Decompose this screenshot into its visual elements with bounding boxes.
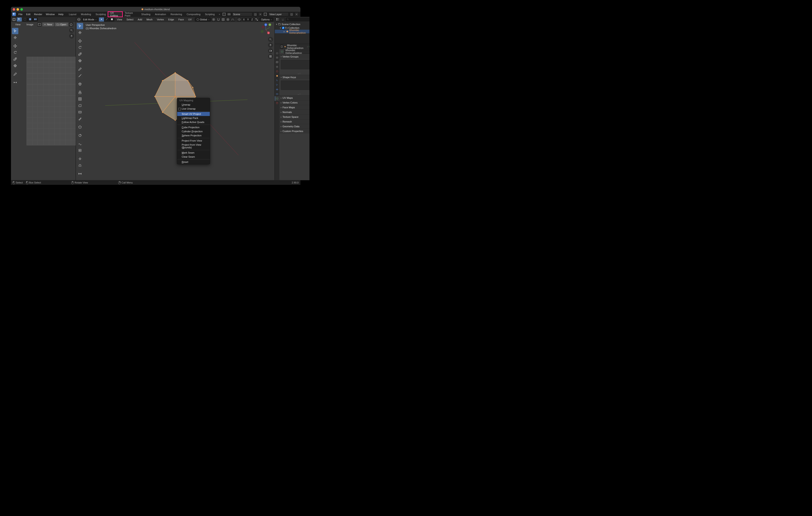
pivot-icon[interactable] [212,18,216,22]
viewlayer-field[interactable]: View Layer [268,12,289,16]
vp-select-tool[interactable] [77,23,83,29]
axis-gizmo[interactable]: Z Y X [259,23,272,36]
menu-item-follow-active-quads[interactable]: Follow Active Quads [177,120,210,124]
zoom-icon[interactable] [69,28,74,33]
viewport-editor-type-icon[interactable] [77,18,81,22]
workspace-tab-scripting[interactable]: Scripting [203,12,217,17]
physics-tab-icon[interactable] [275,87,279,92]
new-scene-icon[interactable]: ◫ [253,12,257,16]
help-menu[interactable]: Help [56,12,65,17]
modifier-tab-icon[interactable] [275,78,279,83]
mesh-select-mode[interactable] [99,18,114,22]
vp-zoom-icon[interactable] [268,37,273,42]
constraint-tab-icon[interactable] [275,92,279,96]
section-normals[interactable]: Normals [279,110,310,114]
section-face-maps[interactable]: Face Maps [279,105,310,110]
workspace-tab-rendering[interactable]: Rendering [168,12,184,17]
pin-image-icon[interactable] [69,23,73,27]
vp-edge-menu[interactable]: Edge [167,17,176,22]
mirror-icon[interactable] [237,18,241,22]
cursor-tool[interactable] [12,34,18,41]
scene-tab-icon[interactable] [275,65,279,69]
select-tool[interactable] [12,28,18,34]
list-box[interactable] [281,81,310,90]
viewlayer-browse-icon[interactable] [263,12,267,16]
edit-menu[interactable]: Edit [24,12,32,17]
snap-toggle-icon[interactable] [216,18,221,22]
viewlayer-tab-icon[interactable] [275,60,279,65]
workspace-tab-shading[interactable]: Shading [139,12,153,17]
uv-canvas[interactable] [11,27,76,180]
axis-x[interactable]: X [267,31,270,34]
workspace-tab-modeling[interactable]: Modeling [79,12,93,17]
workspace-tab-compositing[interactable]: Compositing [184,12,203,17]
workspace-tab-layout[interactable]: Layout [67,12,79,17]
vp-move-tool[interactable] [77,38,83,44]
vp-knife-tool[interactable] [77,116,83,122]
file-menu[interactable]: File [17,12,25,17]
vp-add-cube-tool[interactable] [77,81,83,87]
vp-inset-tool[interactable] [77,96,83,102]
workspace-tab-uv-editing[interactable]: UV Editing [108,12,122,17]
section-custom-properties[interactable]: Custom Properties [279,129,310,133]
section-remesh[interactable]: Remesh [279,119,310,124]
vp-perspective-icon[interactable] [268,54,273,59]
section-vertex-colors[interactable]: Vertex Colors [279,100,310,105]
uv-select-cursor-icon[interactable] [17,18,22,22]
edge-select-icon[interactable] [104,18,110,22]
mode-dropdown[interactable]: Edit Mode [82,18,98,22]
render-tab-icon[interactable] [275,51,279,56]
pan-icon[interactable] [69,33,74,38]
annotate-tool[interactable] [12,71,18,77]
vp-spin-tool[interactable] [77,132,83,139]
vp-cursor-tool[interactable] [77,29,83,36]
vp-extrude-tool[interactable] [77,89,83,96]
vp-transform-tool[interactable] [77,58,83,64]
orientation-dropdown[interactable]: Global [195,18,211,22]
workspace-tab-texture-paint[interactable]: Texture Paint [122,12,139,17]
image-browse-icon[interactable] [37,23,41,27]
window-menu[interactable]: Window [44,12,56,17]
mirror-x[interactable]: X [242,18,246,21]
tree-object[interactable]: ▸ Rhombic Dohecahedron ◉ [275,30,310,33]
menu-item-mark-seam[interactable]: Mark Seam [177,151,210,155]
new-viewlayer-icon[interactable]: ◫ [290,12,294,16]
uv-view-menu[interactable]: View [13,22,23,27]
menu-item-unwrap[interactable]: Unwrap [177,102,210,107]
section-vertex-groups[interactable]: Vertex Groups [279,54,310,59]
vp-mesh-menu[interactable]: Mesh [145,17,154,22]
tree-scene-collection[interactable]: ▾ Scene Collection [275,23,310,26]
transform-tool[interactable] [12,62,18,69]
scene-browse-icon[interactable] [222,12,226,16]
collection-enable-checkbox[interactable] [282,27,284,29]
uv-select-mode[interactable] [17,18,22,22]
mirror-z[interactable]: Z [250,18,254,21]
menu-item-cube-projection[interactable]: Cube Projection [177,125,210,129]
output-tab-icon[interactable] [275,56,279,60]
new-image-button[interactable]: New [42,23,54,26]
rotate-tool[interactable] [12,50,18,56]
menu-item-sphere-projection[interactable]: Sphere Projection [177,133,210,138]
menu-item-live-unwrap[interactable]: Live Unwrap [177,107,210,111]
display-mode-icon[interactable]: ⌵ [281,18,285,22]
menu-item-cylinder-projection[interactable]: Cylinder Projection [177,129,210,133]
sync-solid-icon[interactable] [28,18,33,22]
uv-sync-toggle[interactable] [23,18,38,22]
render-menu[interactable]: Render [32,12,44,17]
uv-image-menu[interactable]: Image [25,22,35,27]
zoom-window-button[interactable] [20,8,23,11]
particle-tab-icon[interactable] [275,83,279,87]
minimize-window-button[interactable] [17,8,19,11]
menu-item-smart-uv-project[interactable]: Smart UV Project [177,112,210,116]
outliner-type-icon[interactable] [276,18,280,22]
vp-shear-tool[interactable] [77,162,83,169]
scale-tool[interactable] [12,56,18,62]
vp-face-menu[interactable]: Face [176,17,185,22]
section-geometry-data[interactable]: Geometry Data [279,124,310,129]
material-tab-icon[interactable] [275,101,279,105]
vp-edgeslide-tool[interactable] [77,147,83,154]
section-shape-keys[interactable]: Shape Keys [279,75,310,80]
axis-neg-x[interactable] [262,26,264,28]
vp-loopcut-tool[interactable] [77,109,83,115]
delete-scene-icon[interactable]: × [258,12,262,16]
